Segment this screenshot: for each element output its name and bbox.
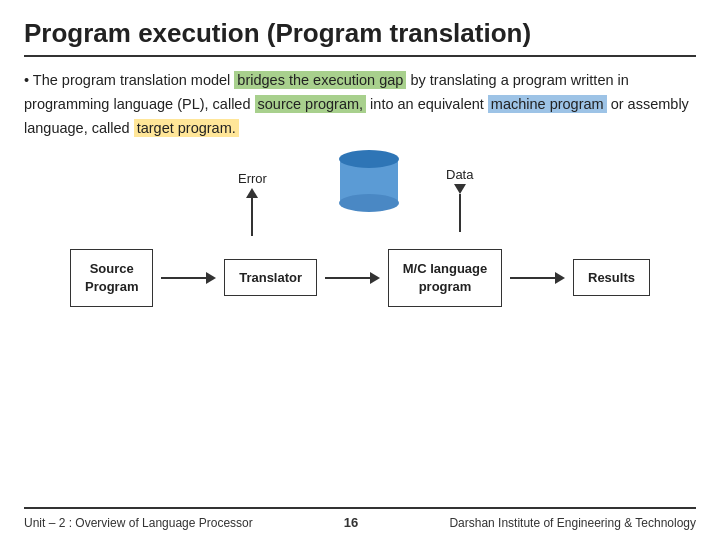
data-arrow-head (454, 184, 466, 194)
arrow-head (206, 272, 216, 284)
arrow-mc-results (510, 272, 565, 284)
translator-label: Translator (239, 270, 302, 285)
data-label: Data (446, 167, 473, 182)
database-group (340, 159, 398, 203)
translator-box: Translator (224, 259, 317, 296)
arrow-line (161, 277, 206, 279)
arrow-translator-mc (325, 272, 380, 284)
error-label: Error (238, 171, 267, 186)
results-box: Results (573, 259, 650, 296)
page-title: Program execution (Program translation) (24, 18, 696, 49)
database-cylinder (340, 159, 398, 203)
mc-language-box: M/C languageprogram (388, 249, 503, 307)
source-program-box: SourceProgram (70, 249, 153, 307)
highlight-machine: machine program (488, 95, 607, 113)
data-arrow-line (459, 194, 461, 232)
footer-left: Unit – 2 : Overview of Language Processo… (24, 516, 253, 530)
highlight-source: source program, (255, 95, 367, 113)
arrow-line-2 (325, 277, 370, 279)
error-section: Error (238, 171, 267, 236)
diagram-area: Error Data SourceProgram (70, 159, 650, 319)
content-section: • The program translation model bridges … (24, 69, 696, 499)
page-container: Program execution (Program translation) … (0, 0, 720, 540)
data-section: Data (446, 167, 473, 232)
highlight-bridges: bridges the execution gap (234, 71, 406, 89)
error-arrow-head (246, 188, 258, 198)
arrow-source-translator (161, 272, 216, 284)
title-section: Program execution (Program translation) (24, 18, 696, 57)
highlight-target: target program. (134, 119, 239, 137)
footer: Unit – 2 : Overview of Language Processo… (24, 507, 696, 530)
arrow-head-2 (370, 272, 380, 284)
results-label: Results (588, 270, 635, 285)
error-arrow-line (251, 198, 253, 236)
main-row: SourceProgram Translator (70, 249, 650, 307)
arrow-line-3 (510, 277, 555, 279)
arrow-head-3 (555, 272, 565, 284)
footer-right: Darshan Institute of Engineering & Techn… (449, 516, 696, 530)
footer-page: 16 (344, 515, 358, 530)
bullet-text: • The program translation model bridges … (24, 69, 696, 141)
